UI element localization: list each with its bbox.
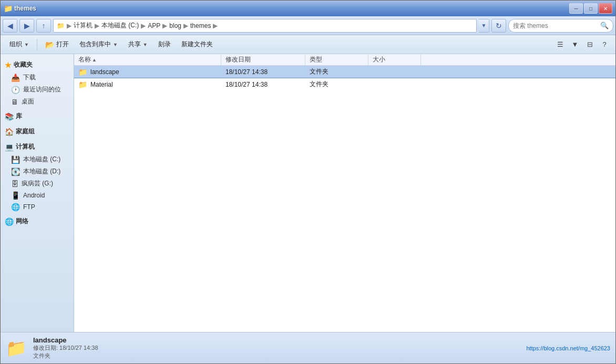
favorites-label: 收藏夹 bbox=[14, 60, 33, 69]
close-button[interactable]: ✕ bbox=[599, 3, 612, 14]
file-list-area: 名称 ▲ 修改日期 类型 大小 📁 landscape bbox=[74, 54, 615, 332]
search-icon: 🔍 bbox=[600, 22, 609, 29]
drive-c-icon: 💾 bbox=[11, 155, 20, 164]
open-button[interactable]: 📂 打开 bbox=[40, 37, 74, 52]
up-icon: ↑ bbox=[42, 22, 46, 30]
help-icon: ? bbox=[602, 40, 606, 48]
refresh-button[interactable]: ↻ bbox=[491, 19, 506, 33]
col-header-type[interactable]: 类型 bbox=[305, 54, 368, 65]
sidebar-item-android[interactable]: 📱 Android bbox=[1, 190, 74, 201]
computer-header[interactable]: 💻 计算机 bbox=[1, 140, 74, 153]
sidebar-item-recent[interactable]: 🕐 最近访问的位 bbox=[1, 84, 74, 96]
homegroup-section: 🏠 家庭组 bbox=[1, 125, 74, 138]
new-folder-button[interactable]: 新建文件夹 bbox=[177, 37, 218, 52]
breadcrumb-app[interactable]: APP bbox=[148, 22, 160, 29]
file-row-landscape[interactable]: 📁 landscape 18/10/27 14:38 文件夹 bbox=[74, 66, 615, 78]
breadcrumb-folder-icon: 📁 bbox=[57, 22, 65, 29]
desktop-icon: 🖥 bbox=[11, 98, 18, 106]
status-name: landscape bbox=[33, 336, 98, 344]
favorites-section: ★ 收藏夹 📥 下载 🕐 最近访问的位 🖥 桌面 bbox=[1, 58, 74, 108]
status-folder-icon: 📁 bbox=[6, 338, 27, 358]
organize-button[interactable]: 组织 ▼ bbox=[5, 37, 34, 52]
library-header[interactable]: 📚 库 bbox=[1, 110, 74, 123]
organize-chevron-icon: ▼ bbox=[24, 42, 29, 47]
network-icon: 🌐 bbox=[5, 217, 14, 226]
breadcrumb-themes[interactable]: themes bbox=[190, 22, 211, 29]
homegroup-icon: 🏠 bbox=[5, 128, 14, 136]
sidebar-item-local-c[interactable]: 💾 本地磁盘 (C:) bbox=[1, 153, 74, 165]
col-header-name[interactable]: 名称 ▲ bbox=[74, 54, 221, 65]
search-input[interactable] bbox=[513, 22, 598, 29]
search-box[interactable]: 🔍 bbox=[508, 19, 613, 33]
status-bar: 📁 landscape 修改日期: 18/10/27 14:38 文件夹 htt… bbox=[1, 332, 615, 363]
recent-label: 最近访问的位 bbox=[23, 85, 61, 94]
help-button[interactable]: ? bbox=[598, 39, 611, 50]
burn-button[interactable]: 刻录 bbox=[153, 37, 176, 52]
view-chevron-icon: ▼ bbox=[572, 40, 579, 48]
open-label: 打开 bbox=[56, 40, 69, 49]
file-type-material: 文件夹 bbox=[305, 80, 368, 89]
include-button[interactable]: 包含到库中 ▼ bbox=[75, 37, 122, 52]
file-date-landscape: 18/10/27 14:38 bbox=[221, 68, 305, 76]
col-header-date[interactable]: 修改日期 bbox=[221, 54, 305, 65]
status-type: 文件夹 bbox=[33, 352, 98, 360]
title-bar-controls: ─ □ ✕ bbox=[569, 3, 612, 14]
star-icon: ★ bbox=[5, 61, 12, 69]
sidebar-item-desktop[interactable]: 🖥 桌面 bbox=[1, 96, 74, 108]
computer-section: 💻 计算机 💾 本地磁盘 (C:) 💽 本地磁盘 (D:) 🗄 疯病芸 (G:)… bbox=[1, 140, 74, 213]
title-bar: 📁 themes ─ □ ✕ bbox=[1, 1, 615, 16]
status-link: https://blog.csdn.net/mg_452623 bbox=[526, 345, 610, 351]
col-header-size[interactable]: 大小 bbox=[368, 54, 421, 65]
android-icon: 📱 bbox=[11, 191, 20, 200]
forward-icon: ▶ bbox=[24, 22, 30, 30]
share-button[interactable]: 共享 ▼ bbox=[124, 37, 152, 52]
network-header[interactable]: 🌐 网络 bbox=[1, 215, 74, 228]
favorites-header[interactable]: ★ 收藏夹 bbox=[1, 58, 74, 71]
breadcrumb-c-drive[interactable]: 本地磁盘 (C:) bbox=[101, 21, 139, 30]
drive-g-icon: 🗄 bbox=[11, 180, 18, 188]
file-type-landscape: 文件夹 bbox=[305, 67, 368, 76]
removable-g-label: 疯病芸 (G:) bbox=[22, 179, 53, 188]
sidebar-item-ftp[interactable]: 🌐 FTP bbox=[1, 201, 74, 213]
desktop-label: 桌面 bbox=[22, 97, 34, 106]
sidebar-item-downloads[interactable]: 📥 下载 bbox=[1, 71, 74, 84]
view-chevron-button[interactable]: ▼ bbox=[568, 39, 582, 50]
sort-arrow-icon: ▲ bbox=[92, 57, 97, 63]
computer-icon: 💻 bbox=[5, 143, 14, 151]
window-icon: 📁 bbox=[4, 4, 12, 13]
file-list-header: 名称 ▲ 修改日期 类型 大小 bbox=[74, 54, 615, 66]
network-label: 网络 bbox=[16, 217, 28, 226]
network-section: 🌐 网络 bbox=[1, 215, 74, 228]
organize-label: 组织 bbox=[9, 40, 22, 49]
view-mode-button[interactable]: ☰ bbox=[553, 39, 567, 50]
computer-label: 计算机 bbox=[16, 142, 35, 151]
folder-icon-material: 📁 bbox=[78, 80, 87, 89]
address-dropdown-arrow[interactable]: ▼ bbox=[479, 19, 489, 33]
homegroup-header[interactable]: 🏠 家庭组 bbox=[1, 125, 74, 138]
up-button[interactable]: ↑ bbox=[36, 19, 51, 33]
breadcrumb-blog[interactable]: blog bbox=[169, 22, 181, 29]
local-d-label: 本地磁盘 (D:) bbox=[23, 167, 60, 176]
maximize-button[interactable]: □ bbox=[584, 3, 598, 14]
include-chevron-icon: ▼ bbox=[113, 42, 118, 47]
view-controls: ☰ ▼ ⊟ ? bbox=[553, 39, 611, 50]
folder-icon-landscape: 📁 bbox=[78, 68, 87, 76]
sidebar-item-local-d[interactable]: 💽 本地磁盘 (D:) bbox=[1, 165, 74, 178]
preview-pane-icon: ⊟ bbox=[587, 40, 593, 48]
share-label: 共享 bbox=[128, 40, 141, 49]
minimize-button[interactable]: ─ bbox=[569, 3, 583, 14]
file-list: 📁 landscape 18/10/27 14:38 文件夹 📁 Materia… bbox=[74, 66, 615, 332]
homegroup-label: 家庭组 bbox=[16, 127, 35, 136]
include-label: 包含到库中 bbox=[79, 40, 111, 49]
preview-pane-button[interactable]: ⊟ bbox=[583, 39, 597, 50]
breadcrumb-computer[interactable]: 计算机 bbox=[74, 21, 93, 30]
android-label: Android bbox=[23, 192, 45, 199]
title-bar-left: 📁 themes bbox=[4, 4, 36, 13]
sidebar-item-removable-g[interactable]: 🗄 疯病芸 (G:) bbox=[1, 178, 74, 190]
forward-button[interactable]: ▶ bbox=[19, 19, 34, 33]
file-row-material[interactable]: 📁 Material 18/10/27 14:38 文件夹 bbox=[74, 78, 615, 91]
toolbar: 组织 ▼ 📂 打开 包含到库中 ▼ 共享 ▼ 刻录 新建文件夹 ☰ ▼ bbox=[1, 35, 615, 54]
downloads-label: 下载 bbox=[23, 73, 36, 82]
sidebar: ★ 收藏夹 📥 下载 🕐 最近访问的位 🖥 桌面 📚 bbox=[1, 54, 74, 332]
back-button[interactable]: ◀ bbox=[3, 19, 17, 33]
